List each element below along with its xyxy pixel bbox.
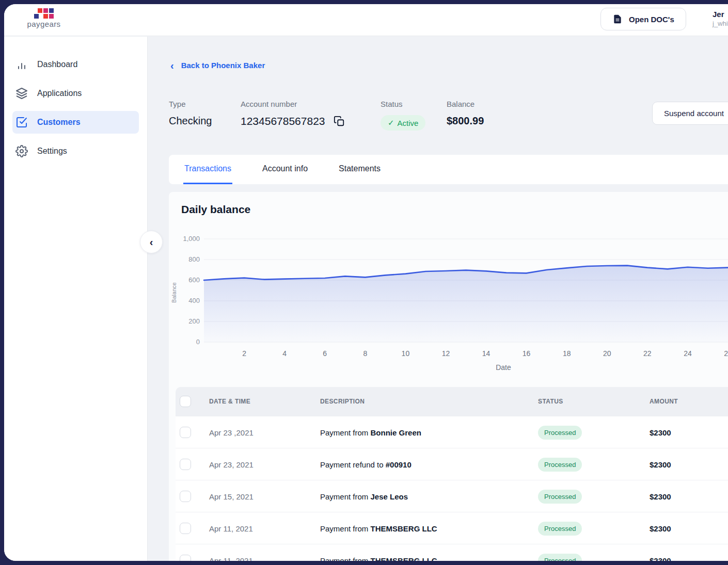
copy-icon[interactable] (334, 116, 345, 127)
status-pill: Processed (538, 458, 582, 472)
top-bar: paygears Open DOC's Jer j_whit (4, 4, 728, 36)
sidebar-collapse-button[interactable]: ‹ (140, 231, 163, 253)
table-row: Apr 11, 2021Payment from THEMSBERG LLCPr… (176, 544, 728, 561)
sidebar-item-label: Applications (37, 89, 82, 98)
row-checkbox[interactable] (180, 555, 191, 561)
table-row: Apr 11, 2021Payment from THEMSBERG LLCPr… (176, 512, 728, 544)
row-description: Payment from THEMSBERG LLC (320, 556, 437, 561)
status-pill: Processed (538, 554, 582, 561)
column-header: DESCRIPTION (320, 398, 365, 405)
row-date: Apr 11, 2021 (209, 524, 253, 532)
tab-transactions[interactable]: Transactions (183, 155, 232, 184)
sidebar-item-dashboard[interactable]: Dashboard (12, 53, 139, 76)
row-checkbox[interactable] (180, 491, 191, 502)
svg-text:20: 20 (603, 349, 611, 358)
user-handle: j_whit (713, 20, 728, 28)
type-label: Type (169, 100, 212, 108)
svg-text:Balance: Balance (171, 282, 177, 303)
row-status: Processed (538, 460, 582, 469)
main-content: ‹ Back to Phoenix Baker Type Checking Ac… (148, 37, 728, 561)
bar-chart-icon (15, 58, 28, 71)
user-name: Jer (713, 9, 728, 20)
svg-text:10: 10 (402, 349, 410, 358)
sidebar-item-applications[interactable]: Applications (12, 82, 139, 105)
column-header: AMOUNT (650, 398, 678, 405)
svg-text:12: 12 (442, 349, 450, 358)
svg-text:0: 0 (196, 338, 200, 346)
balance-label: Balance (447, 100, 484, 108)
svg-text:22: 22 (643, 349, 652, 358)
row-amount: $2300 (650, 460, 671, 469)
svg-text:24: 24 (684, 349, 692, 358)
open-docs-button[interactable]: Open DOC's (600, 8, 686, 30)
suspend-account-button[interactable]: Suspend account (652, 102, 728, 125)
app-surface: paygears Open DOC's Jer j_whit Dashboard… (4, 4, 728, 561)
svg-text:26: 26 (724, 349, 728, 358)
svg-text:2: 2 (242, 349, 246, 358)
back-link[interactable]: ‹ Back to Phoenix Baker (170, 61, 265, 70)
svg-text:16: 16 (523, 349, 531, 358)
row-date: Apr 15, 2021 (209, 492, 254, 501)
balance-value: $800.99 (447, 115, 484, 127)
gear-icon (15, 145, 28, 157)
svg-text:18: 18 (563, 349, 571, 358)
document-icon (612, 14, 623, 24)
user-profile[interactable]: Jer j_whit (713, 9, 728, 28)
account-panel: Daily balance 02004006008001,00024681012… (169, 192, 728, 561)
account-number-label: Account number (241, 100, 345, 108)
svg-text:800: 800 (188, 255, 200, 263)
account-number: Account number 12345678567823 (241, 100, 345, 127)
status-value: Active (398, 119, 419, 127)
table-row: Apr 23 ,2021Payment from Bonnie GreenPro… (176, 416, 728, 448)
chevron-left-icon: ‹ (170, 62, 174, 69)
check-square-icon (15, 116, 28, 128)
row-description: Payment from THEMSBERG LLC (320, 524, 437, 532)
sidebar-item-label: Settings (37, 147, 67, 156)
row-checkbox[interactable] (180, 523, 191, 534)
row-amount: $2300 (650, 492, 671, 501)
sidebar-item-label: Dashboard (37, 60, 77, 69)
row-checkbox[interactable] (180, 427, 191, 438)
svg-text:200: 200 (188, 317, 200, 325)
table-header-row: DATE & TIMEDESCRIPTIONSTATUSAMOUNT (176, 387, 728, 416)
type-value: Checking (169, 115, 212, 127)
status-badge: ✓ Active (381, 115, 425, 131)
row-status: Processed (538, 492, 582, 501)
chevron-left-icon: ‹ (150, 236, 153, 248)
back-link-label: Back to Phoenix Baker (181, 61, 265, 70)
paygears-logo-icon (34, 8, 54, 19)
select-all-checkbox[interactable] (180, 396, 191, 407)
row-status: Processed (538, 428, 582, 437)
row-description: Payment refund to #00910 (320, 460, 412, 469)
row-amount: $2300 (650, 524, 671, 532)
svg-text:1,000: 1,000 (183, 235, 200, 243)
app-window: paygears Open DOC's Jer j_whit Dashboard… (0, 0, 728, 565)
table-row: Apr 23, 2021Payment refund to #00910Proc… (176, 448, 728, 480)
layers-icon (15, 87, 28, 100)
svg-text:6: 6 (323, 349, 327, 358)
svg-text:400: 400 (188, 297, 200, 304)
svg-text:Date: Date (496, 363, 511, 372)
status-pill: Processed (538, 490, 582, 504)
row-checkbox[interactable] (180, 459, 191, 470)
row-date: Apr 23, 2021 (209, 460, 254, 469)
table-row: Apr 15, 2021Payment from Jese LeosProces… (176, 480, 728, 512)
status-pill: Processed (538, 522, 582, 536)
account-status: Status ✓ Active (381, 100, 425, 131)
row-date: Apr 11, 2021 (209, 556, 253, 561)
tab-bar: TransactionsAccount infoStatements (169, 155, 728, 184)
sidebar-item-settings[interactable]: Settings (12, 140, 139, 163)
daily-balance-chart: 02004006008001,0002468101214161820222426… (169, 192, 728, 374)
paygears-logo: paygears (26, 8, 62, 28)
svg-text:4: 4 (282, 349, 287, 358)
tab-statements[interactable]: Statements (338, 155, 382, 184)
sidebar-item-customers[interactable]: Customers (12, 111, 139, 134)
sidebar-item-label: Customers (37, 118, 81, 127)
transactions-table: DATE & TIMEDESCRIPTIONSTATUSAMOUNT Apr 2… (176, 387, 728, 561)
account-number-value: 12345678567823 (241, 115, 325, 127)
row-status: Processed (538, 556, 582, 561)
account-type: Type Checking (169, 100, 212, 127)
logo-wordmark: paygears (26, 20, 62, 28)
status-pill: Processed (538, 426, 582, 440)
tab-account-info[interactable]: Account info (261, 155, 309, 184)
